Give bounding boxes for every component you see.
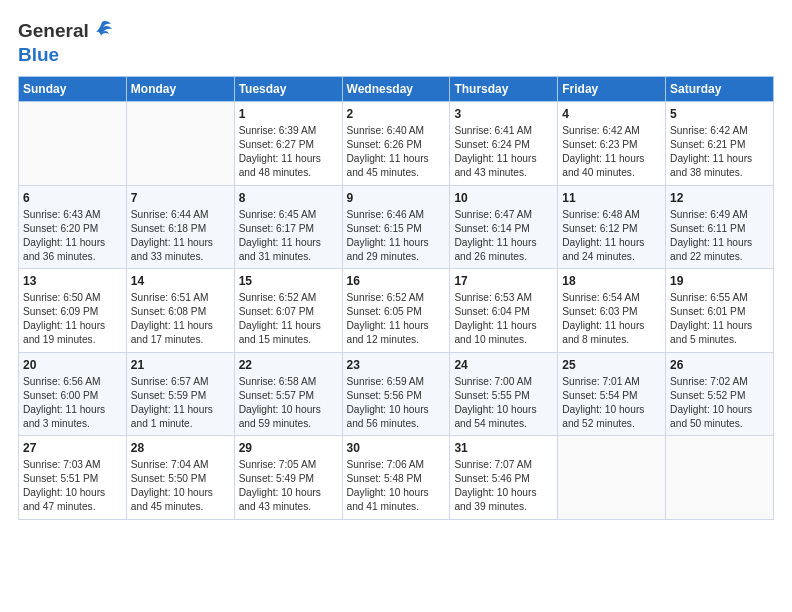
col-wednesday: Wednesday	[342, 77, 450, 102]
calendar-header-row: Sunday Monday Tuesday Wednesday Thursday…	[19, 77, 774, 102]
day-number: 22	[239, 357, 338, 373]
day-number: 17	[454, 273, 553, 289]
day-number: 14	[131, 273, 230, 289]
day-daylight: Daylight: 11 hours and 8 minutes.	[562, 320, 644, 345]
day-sunrise: Sunrise: 6:39 AM	[239, 125, 317, 136]
day-sunrise: Sunrise: 7:05 AM	[239, 459, 317, 470]
day-sunrise: Sunrise: 6:50 AM	[23, 292, 101, 303]
day-daylight: Daylight: 11 hours and 29 minutes.	[347, 237, 429, 262]
day-sunset: Sunset: 5:54 PM	[562, 390, 637, 401]
col-saturday: Saturday	[666, 77, 774, 102]
day-number: 20	[23, 357, 122, 373]
day-number: 29	[239, 440, 338, 456]
day-sunrise: Sunrise: 6:48 AM	[562, 209, 640, 220]
day-daylight: Daylight: 11 hours and 33 minutes.	[131, 237, 213, 262]
day-sunrise: Sunrise: 6:41 AM	[454, 125, 532, 136]
day-daylight: Daylight: 11 hours and 12 minutes.	[347, 320, 429, 345]
day-daylight: Daylight: 11 hours and 17 minutes.	[131, 320, 213, 345]
day-sunset: Sunset: 6:24 PM	[454, 139, 529, 150]
day-number: 24	[454, 357, 553, 373]
table-row: 25Sunrise: 7:01 AMSunset: 5:54 PMDayligh…	[558, 352, 666, 436]
day-daylight: Daylight: 10 hours and 54 minutes.	[454, 404, 536, 429]
table-row: 1Sunrise: 6:39 AMSunset: 6:27 PMDaylight…	[234, 102, 342, 186]
day-sunset: Sunset: 6:05 PM	[347, 306, 422, 317]
day-daylight: Daylight: 10 hours and 43 minutes.	[239, 487, 321, 512]
day-number: 10	[454, 190, 553, 206]
day-sunset: Sunset: 5:52 PM	[670, 390, 745, 401]
day-sunrise: Sunrise: 6:55 AM	[670, 292, 748, 303]
table-row: 19Sunrise: 6:55 AMSunset: 6:01 PMDayligh…	[666, 269, 774, 353]
table-row: 5Sunrise: 6:42 AMSunset: 6:21 PMDaylight…	[666, 102, 774, 186]
table-row: 17Sunrise: 6:53 AMSunset: 6:04 PMDayligh…	[450, 269, 558, 353]
day-sunrise: Sunrise: 6:57 AM	[131, 376, 209, 387]
col-thursday: Thursday	[450, 77, 558, 102]
day-sunrise: Sunrise: 6:52 AM	[347, 292, 425, 303]
calendar-week-row: 1Sunrise: 6:39 AMSunset: 6:27 PMDaylight…	[19, 102, 774, 186]
day-number: 3	[454, 106, 553, 122]
table-row: 15Sunrise: 6:52 AMSunset: 6:07 PMDayligh…	[234, 269, 342, 353]
day-number: 16	[347, 273, 446, 289]
day-daylight: Daylight: 11 hours and 22 minutes.	[670, 237, 752, 262]
table-row: 3Sunrise: 6:41 AMSunset: 6:24 PMDaylight…	[450, 102, 558, 186]
day-sunrise: Sunrise: 6:49 AM	[670, 209, 748, 220]
day-number: 19	[670, 273, 769, 289]
calendar-week-row: 6Sunrise: 6:43 AMSunset: 6:20 PMDaylight…	[19, 185, 774, 269]
day-sunset: Sunset: 6:18 PM	[131, 223, 206, 234]
day-sunrise: Sunrise: 7:07 AM	[454, 459, 532, 470]
day-daylight: Daylight: 10 hours and 39 minutes.	[454, 487, 536, 512]
table-row: 31Sunrise: 7:07 AMSunset: 5:46 PMDayligh…	[450, 436, 558, 520]
day-sunset: Sunset: 6:15 PM	[347, 223, 422, 234]
day-daylight: Daylight: 11 hours and 36 minutes.	[23, 237, 105, 262]
day-sunrise: Sunrise: 6:40 AM	[347, 125, 425, 136]
day-number: 18	[562, 273, 661, 289]
day-number: 15	[239, 273, 338, 289]
day-sunset: Sunset: 6:04 PM	[454, 306, 529, 317]
day-daylight: Daylight: 11 hours and 45 minutes.	[347, 153, 429, 178]
day-daylight: Daylight: 11 hours and 26 minutes.	[454, 237, 536, 262]
day-sunrise: Sunrise: 6:56 AM	[23, 376, 101, 387]
day-sunset: Sunset: 6:01 PM	[670, 306, 745, 317]
day-number: 6	[23, 190, 122, 206]
header: General Blue	[18, 18, 774, 66]
logo: General Blue	[18, 18, 113, 66]
table-row: 21Sunrise: 6:57 AMSunset: 5:59 PMDayligh…	[126, 352, 234, 436]
day-daylight: Daylight: 11 hours and 5 minutes.	[670, 320, 752, 345]
day-daylight: Daylight: 10 hours and 56 minutes.	[347, 404, 429, 429]
day-sunset: Sunset: 5:49 PM	[239, 473, 314, 484]
table-row: 26Sunrise: 7:02 AMSunset: 5:52 PMDayligh…	[666, 352, 774, 436]
day-sunrise: Sunrise: 7:02 AM	[670, 376, 748, 387]
day-sunset: Sunset: 5:55 PM	[454, 390, 529, 401]
table-row: 14Sunrise: 6:51 AMSunset: 6:08 PMDayligh…	[126, 269, 234, 353]
day-sunrise: Sunrise: 7:03 AM	[23, 459, 101, 470]
day-sunset: Sunset: 5:51 PM	[23, 473, 98, 484]
logo-general: General	[18, 20, 89, 42]
calendar: Sunday Monday Tuesday Wednesday Thursday…	[18, 76, 774, 520]
day-sunset: Sunset: 6:09 PM	[23, 306, 98, 317]
day-sunset: Sunset: 6:07 PM	[239, 306, 314, 317]
day-sunset: Sunset: 5:46 PM	[454, 473, 529, 484]
day-number: 25	[562, 357, 661, 373]
calendar-week-row: 20Sunrise: 6:56 AMSunset: 6:00 PMDayligh…	[19, 352, 774, 436]
day-sunset: Sunset: 5:56 PM	[347, 390, 422, 401]
day-daylight: Daylight: 11 hours and 3 minutes.	[23, 404, 105, 429]
day-sunset: Sunset: 6:26 PM	[347, 139, 422, 150]
day-number: 13	[23, 273, 122, 289]
day-daylight: Daylight: 11 hours and 10 minutes.	[454, 320, 536, 345]
day-number: 26	[670, 357, 769, 373]
logo-blue: Blue	[18, 44, 59, 65]
table-row	[558, 436, 666, 520]
day-sunset: Sunset: 5:57 PM	[239, 390, 314, 401]
col-tuesday: Tuesday	[234, 77, 342, 102]
day-number: 23	[347, 357, 446, 373]
day-sunrise: Sunrise: 6:59 AM	[347, 376, 425, 387]
day-daylight: Daylight: 11 hours and 31 minutes.	[239, 237, 321, 262]
day-number: 2	[347, 106, 446, 122]
day-number: 28	[131, 440, 230, 456]
day-daylight: Daylight: 10 hours and 52 minutes.	[562, 404, 644, 429]
day-sunrise: Sunrise: 6:53 AM	[454, 292, 532, 303]
logo-bird-icon	[91, 18, 113, 44]
day-number: 9	[347, 190, 446, 206]
table-row	[126, 102, 234, 186]
table-row: 18Sunrise: 6:54 AMSunset: 6:03 PMDayligh…	[558, 269, 666, 353]
col-monday: Monday	[126, 77, 234, 102]
